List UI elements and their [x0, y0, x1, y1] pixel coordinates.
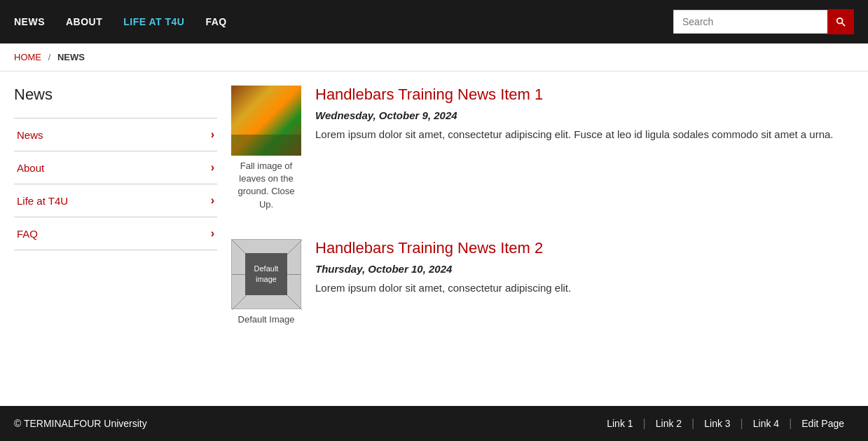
news-desc-1: Lorem ipsum dolor sit amet, consectetur …: [315, 127, 834, 143]
sidebar-item-news[interactable]: News ›: [14, 118, 217, 151]
main-container: News News › About › Life at T4U ›: [0, 72, 868, 368]
breadcrumb-separator: /: [48, 52, 51, 62]
chevron-right-icon: ›: [211, 227, 214, 240]
news-date-1: Wednesday, October 9, 2024: [315, 109, 834, 121]
search-icon: [836, 16, 846, 27]
breadcrumb-current: NEWS: [57, 52, 85, 62]
sidebar: News News › About › Life at T4U ›: [14, 86, 217, 354]
news-image-wrap-2: Default image Default Image: [231, 239, 301, 326]
sidebar-item-faq[interactable]: FAQ ›: [14, 217, 217, 250]
news-title-link-2[interactable]: Handlebars Training News Item 2: [315, 239, 571, 257]
news-body-2: Handlebars Training News Item 2 Thursday…: [315, 239, 571, 326]
news-title-link-1[interactable]: Handlebars Training News Item 1: [315, 86, 834, 104]
sidebar-item-label: FAQ: [17, 228, 38, 240]
news-body-1: Handlebars Training News Item 1 Wednesda…: [315, 86, 834, 211]
nav-link-news[interactable]: NEWS: [14, 2, 45, 41]
svg-line-1: [842, 23, 845, 26]
search-button[interactable]: [827, 9, 854, 34]
search-container: [673, 9, 854, 34]
svg-point-0: [837, 18, 843, 24]
list-item: About ›: [14, 151, 217, 184]
news-date-2: Thursday, October 10, 2024: [315, 263, 571, 275]
list-item: FAQ ›: [14, 217, 217, 250]
news-image-1: [231, 86, 301, 156]
sidebar-item-life-at-t4u[interactable]: Life at T4U ›: [14, 184, 217, 217]
chevron-right-icon: ›: [211, 194, 214, 207]
sidebar-item-about[interactable]: About ›: [14, 151, 217, 184]
chevron-right-icon: ›: [211, 128, 214, 141]
default-image-box: Default image: [231, 239, 301, 309]
news-image-wrap-1: Fall image of leaves on the ground. Clos…: [231, 86, 301, 211]
chevron-right-icon: ›: [211, 161, 214, 174]
navbar: NEWS ABOUT LIFE AT T4U FAQ: [0, 0, 868, 43]
news-item-1: Fall image of leaves on the ground. Clos…: [231, 86, 854, 211]
nav-link-faq[interactable]: FAQ: [205, 2, 226, 41]
search-input[interactable]: [673, 10, 827, 34]
news-image-caption-1: Fall image of leaves on the ground. Clos…: [231, 160, 301, 211]
default-image-inner: Default image: [245, 253, 287, 295]
list-item: Life at T4U ›: [14, 184, 217, 217]
news-image-caption-2: Default Image: [231, 313, 301, 326]
nav-link-life-at-t4u[interactable]: LIFE AT T4U: [123, 2, 184, 41]
news-desc-2: Lorem ipsum dolor sit amet, consectetur …: [315, 280, 571, 297]
news-item-2: Default image Default Image Handlebars T…: [231, 239, 854, 326]
sidebar-item-label: Life at T4U: [17, 195, 68, 207]
list-item: News ›: [14, 118, 217, 151]
breadcrumb-home[interactable]: HOME: [14, 52, 41, 62]
sidebar-item-label: News: [17, 129, 43, 141]
nav-links: NEWS ABOUT LIFE AT T4U FAQ: [14, 2, 673, 41]
breadcrumb: HOME / NEWS: [0, 43, 868, 72]
content-area: Fall image of leaves on the ground. Clos…: [231, 86, 854, 354]
sidebar-title: News: [14, 86, 217, 104]
sidebar-nav: News › About › Life at T4U › FAQ ›: [14, 118, 217, 250]
nav-link-about[interactable]: ABOUT: [66, 2, 102, 41]
sidebar-item-label: About: [17, 162, 44, 174]
